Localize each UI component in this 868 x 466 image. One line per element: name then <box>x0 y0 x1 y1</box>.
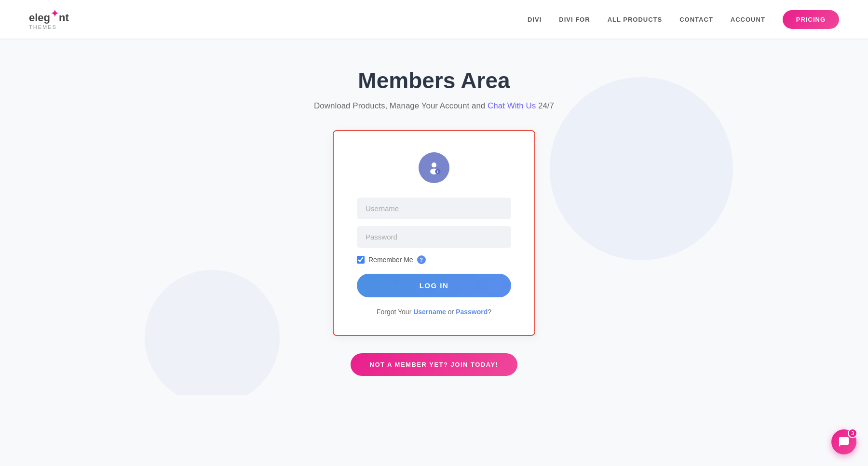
nav-item-divi[interactable]: DIVI <box>528 16 542 23</box>
forgot-prefix: Forgot Your <box>377 308 413 316</box>
svg-point-1 <box>432 162 436 167</box>
forgot-text: Forgot Your Username or Password? <box>357 308 511 316</box>
nav-item-divi-for[interactable]: DIVI FOR <box>559 16 590 23</box>
login-button[interactable]: LOG IN <box>357 274 511 297</box>
forgot-middle: or <box>446 308 456 316</box>
forgot-suffix: ? <box>488 308 491 316</box>
main-nav: DIVI DIVI FOR ALL PRODUCTS CONTACT ACCOU… <box>528 10 839 29</box>
logo[interactable]: eleg✦nt themes <box>29 9 69 29</box>
nav-item-contact[interactable]: CONTACT <box>679 16 713 23</box>
chat-link[interactable]: Chat With Us <box>488 101 536 110</box>
user-icon: i <box>425 159 443 176</box>
remember-row: Remember Me ? <box>357 255 511 264</box>
page-subtitle: Download Products, Manage Your Account a… <box>314 101 554 111</box>
logo-star: ✦ <box>51 8 59 19</box>
logo-text: eleg✦nt <box>29 12 69 24</box>
join-button-wrap: NOT A MEMBER YET? JOIN TODAY! <box>351 353 518 376</box>
site-header: eleg✦nt themes DIVI DIVI FOR ALL PRODUCT… <box>0 0 868 39</box>
password-input[interactable] <box>357 226 511 248</box>
chat-icon <box>838 436 850 448</box>
decorative-circle-left <box>145 270 280 395</box>
subtitle-suffix: 24/7 <box>538 101 554 110</box>
chat-badge: 3 <box>848 428 857 438</box>
logo-sub: themes <box>29 24 69 30</box>
user-icon-circle: i <box>419 152 449 183</box>
subtitle-text: Download Products, Manage Your Account a… <box>314 101 485 110</box>
main-content: Members Area Download Products, Manage Y… <box>0 39 868 395</box>
remember-checkbox[interactable] <box>357 256 365 264</box>
decorative-circle-right <box>550 77 733 260</box>
pricing-button[interactable]: PRICING <box>783 10 839 29</box>
nav-item-account[interactable]: ACCOUNT <box>731 16 765 23</box>
nav-item-all-products[interactable]: ALL PRODUCTS <box>608 16 663 23</box>
page-title: Members Area <box>358 67 510 93</box>
login-card: i Remember Me ? LOG IN Forgot Your Usern… <box>333 130 535 336</box>
forgot-username-link[interactable]: Username <box>413 308 446 316</box>
forgot-password-link[interactable]: Password <box>456 308 488 316</box>
username-group <box>357 198 511 219</box>
help-icon[interactable]: ? <box>417 255 426 264</box>
password-group <box>357 226 511 248</box>
join-button[interactable]: NOT A MEMBER YET? JOIN TODAY! <box>351 353 518 376</box>
chat-widget[interactable]: 3 <box>831 429 856 454</box>
remember-label: Remember Me <box>368 256 413 264</box>
username-input[interactable] <box>357 198 511 219</box>
user-icon-wrap: i <box>357 152 511 183</box>
